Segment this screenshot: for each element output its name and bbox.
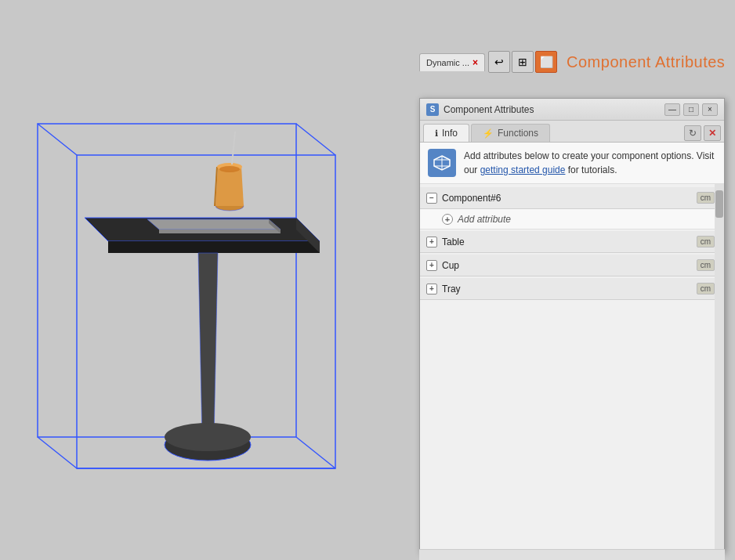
table-badge: cm xyxy=(697,236,715,247)
cube-icon xyxy=(433,154,451,172)
tray-expand-btn[interactable]: + xyxy=(426,284,437,294)
svg-marker-10 xyxy=(159,229,281,233)
attr-group-tray-header[interactable]: + Tray cm xyxy=(420,278,724,300)
info-section-icon xyxy=(428,149,456,177)
info-section: Add attributes below to create your comp… xyxy=(420,143,724,184)
attr-group-component6: − Component#6 cm + Add attribute xyxy=(420,187,724,229)
tab-functions[interactable]: ⚡ Functions xyxy=(471,124,550,142)
toolbar-component-button[interactable]: ⬜ xyxy=(535,51,557,73)
component6-name: Component#6 xyxy=(442,193,697,204)
panel-horizontal-scrollbar[interactable] xyxy=(419,549,725,560)
info-text-end: for tutorials. xyxy=(568,164,617,175)
cup-name: Cup xyxy=(442,260,697,271)
tray-badge: cm xyxy=(697,283,715,294)
dynamic-tab-label: Dynamic ... xyxy=(426,58,469,67)
panel-minimize-button[interactable]: — xyxy=(664,103,680,116)
floating-toolbar: Dynamic ... × ↩ ⊞ ⬜ Component Attributes xyxy=(419,51,725,73)
dynamic-tab-close[interactable]: × xyxy=(472,57,478,68)
add-attribute-row[interactable]: + Add attribute xyxy=(420,209,724,229)
cup-expand-btn[interactable]: + xyxy=(426,260,437,271)
add-attribute-label: Add attribute xyxy=(458,214,511,225)
panel-restore-button[interactable]: □ xyxy=(683,103,699,116)
svg-line-5 xyxy=(38,124,77,155)
info-tab-icon: ℹ xyxy=(435,128,438,139)
toolbar-back-button[interactable]: ↩ xyxy=(488,51,510,73)
settings-icon: ✕ xyxy=(708,128,716,139)
attr-group-tray: + Tray cm xyxy=(420,278,724,300)
toolbar-grid-button[interactable]: ⊞ xyxy=(512,51,534,73)
svg-line-4 xyxy=(296,124,335,155)
settings-button[interactable]: ✕ xyxy=(704,125,721,141)
component6-expand-btn[interactable]: − xyxy=(426,193,437,204)
tab-actions: ↻ ✕ xyxy=(684,124,724,142)
svg-point-16 xyxy=(219,166,240,172)
tab-info[interactable]: ℹ Info xyxy=(423,124,469,142)
back-icon: ↩ xyxy=(494,56,504,68)
component-attributes-panel: S Component Attributes — □ × ℹ Info ⚡ Fu… xyxy=(419,98,725,552)
cup-badge: cm xyxy=(697,259,715,271)
getting-started-link[interactable]: getting started guide xyxy=(480,164,566,175)
svg-marker-13 xyxy=(215,167,244,206)
component-attributes-title: Component Attributes xyxy=(567,53,725,71)
scrollbar-thumb[interactable] xyxy=(715,190,723,218)
svg-point-20 xyxy=(165,423,251,451)
info-description: Add attributes below to create your comp… xyxy=(464,149,716,177)
scrollbar-track[interactable] xyxy=(715,184,724,551)
panel-title-area: S Component Attributes xyxy=(426,103,534,116)
component-icon: ⬜ xyxy=(540,56,553,68)
svg-marker-7 xyxy=(108,241,320,253)
panel-close-button[interactable]: × xyxy=(702,103,718,116)
svg-line-3 xyxy=(296,437,335,468)
svg-line-17 xyxy=(232,132,235,164)
panel-titlebar: S Component Attributes — □ × xyxy=(420,99,724,121)
tab-info-label: Info xyxy=(442,128,458,139)
table-name: Table xyxy=(442,237,697,247)
panel-controls: — □ × xyxy=(664,103,718,116)
attr-group-table: + Table cm xyxy=(420,231,724,253)
table-expand-btn[interactable]: + xyxy=(426,237,437,247)
refresh-button[interactable]: ↻ xyxy=(684,125,701,141)
tab-bar: ℹ Info ⚡ Functions ↻ ✕ xyxy=(420,121,724,143)
refresh-icon: ↻ xyxy=(689,128,697,139)
panel-app-icon: S xyxy=(426,103,439,116)
tray-name: Tray xyxy=(442,284,697,294)
attr-group-cup-header[interactable]: + Cup cm xyxy=(420,255,724,276)
panel-title-text: Component Attributes xyxy=(444,104,534,115)
3d-viewport xyxy=(0,0,419,560)
svg-marker-18 xyxy=(198,253,218,441)
tab-functions-label: Functions xyxy=(498,128,538,139)
attr-group-table-header[interactable]: + Table cm xyxy=(420,231,724,253)
component6-badge: cm xyxy=(697,192,715,204)
svg-line-2 xyxy=(38,437,77,468)
grid-icon: ⊞ xyxy=(518,56,527,68)
3d-scene xyxy=(30,53,390,508)
add-attribute-icon: + xyxy=(442,214,453,225)
dynamic-tab[interactable]: Dynamic ... × xyxy=(419,53,485,71)
svg-marker-9 xyxy=(147,219,281,229)
toolbar-icons: ↩ ⊞ ⬜ xyxy=(488,51,557,73)
attr-group-cup: + Cup cm xyxy=(420,255,724,276)
attr-group-component6-header[interactable]: − Component#6 cm xyxy=(420,187,724,209)
functions-tab-icon: ⚡ xyxy=(483,128,494,139)
attributes-list: − Component#6 cm + Add attribute + Table… xyxy=(420,184,724,551)
